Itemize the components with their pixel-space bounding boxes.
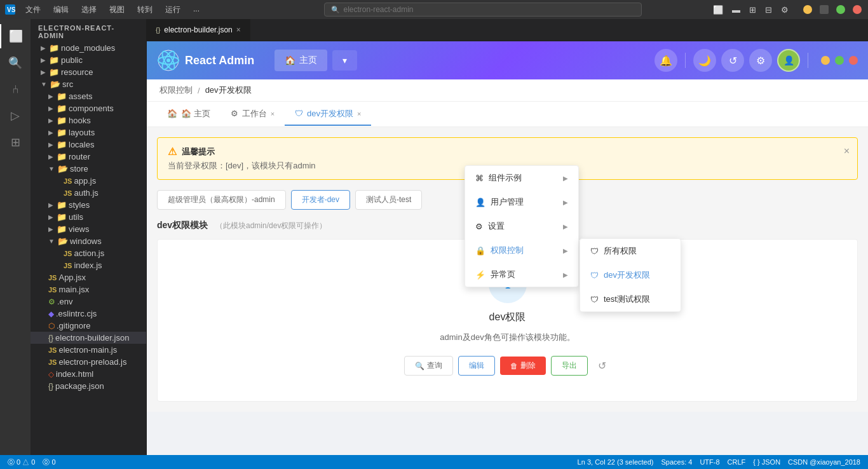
submenu-item-dev[interactable]: 🛡 dev开发权限: [580, 263, 681, 287]
menu-item-settings[interactable]: ⚙ 设置 ▶: [465, 214, 578, 238]
menu-item-user-mgmt[interactable]: 👤 用户管理 ▶: [465, 190, 578, 214]
expand-icon: ▶: [41, 44, 46, 51]
sidebar-item-node-modules[interactable]: ▶ 📁 node_modules: [31, 42, 146, 54]
sidebar-item-components[interactable]: ▶ 📁 components: [31, 102, 146, 114]
sidebar-item-gitignore[interactable]: ⬡ .gitignore: [31, 320, 146, 332]
ra-refresh-btn[interactable]: ↺: [721, 49, 744, 72]
expand-icon: ▶: [48, 226, 53, 233]
tab-dev-perm-close[interactable]: ×: [357, 110, 361, 118]
statusbar-warnings[interactable]: ⓪ 0: [43, 458, 55, 467]
js-icon: JS: [64, 250, 72, 257]
tab-close-button[interactable]: ×: [236, 25, 241, 34]
ra-settings-btn[interactable]: ⚙: [749, 49, 772, 72]
ra-nav-dropdown[interactable]: ▾: [332, 50, 357, 71]
statusbar-errors[interactable]: ⓪ 0 △ 0: [8, 458, 35, 467]
ra-maximize-btn[interactable]: [835, 56, 844, 65]
split-editor-btn[interactable]: ⊞: [746, 4, 759, 16]
sidebar-label: App.jsx: [58, 273, 86, 282]
activity-explorer[interactable]: ⬜: [0, 24, 31, 48]
menu-file[interactable]: 文件: [20, 3, 46, 17]
sidebar-item-store[interactable]: ▼ 📂 store: [31, 163, 146, 175]
sidebar-item-indexjs[interactable]: JS index.js: [31, 259, 146, 271]
ra-tab-dev-perm[interactable]: 🛡 dev开发权限 ×: [285, 103, 371, 126]
sidebar-item-actionjs[interactable]: JS action.js: [31, 247, 146, 259]
sidebar-item-router[interactable]: ▶ 📁 router: [31, 151, 146, 163]
sidebar-item-electron-main[interactable]: JS electron-main.js: [31, 344, 146, 356]
menu-edit[interactable]: 编辑: [48, 3, 74, 17]
ra-tab-workbench[interactable]: ⚙ 工作台 ×: [220, 103, 285, 126]
activity-extensions[interactable]: ⊞: [0, 130, 31, 154]
expand-icon: ▶: [48, 93, 53, 100]
ra-tab-home[interactable]: 🏠 🏠 主页: [157, 103, 220, 126]
search-input[interactable]: [344, 5, 635, 14]
activity-debug[interactable]: ▷: [0, 104, 31, 128]
activity-git[interactable]: ⑃: [0, 78, 31, 101]
ra-theme-btn[interactable]: 🌙: [693, 49, 716, 72]
menu-item-error-page[interactable]: ⚡ 异常页 ▶: [465, 262, 578, 287]
menu-go[interactable]: 转到: [132, 3, 158, 17]
expand-icon: ▼: [48, 165, 55, 172]
ra-close-btn[interactable]: [849, 56, 858, 65]
expand-icon: ▼: [48, 238, 55, 245]
chevron-right-icon: ▶: [563, 247, 568, 254]
menu-selection[interactable]: 选择: [76, 3, 102, 17]
ra-notification-btn[interactable]: 🔔: [654, 49, 677, 72]
ra-minimize-btn[interactable]: [821, 56, 830, 65]
statusbar-eol[interactable]: CRLF: [728, 458, 746, 466]
editor-tab-electron-builder[interactable]: {} electron-builder.json ×: [147, 19, 250, 41]
sidebar-item-utils[interactable]: ▶ 📁 utils: [31, 211, 146, 223]
menu-run[interactable]: 运行: [160, 3, 186, 17]
breadcrumb-part1[interactable]: 权限控制: [159, 85, 193, 96]
sidebar-item-public[interactable]: ▶ 📁 public: [31, 54, 146, 66]
layout-btn[interactable]: ⊟: [762, 4, 775, 16]
expand-icon: ▶: [48, 201, 53, 208]
titlebar-search[interactable]: 🔍: [324, 3, 642, 17]
settings-btn[interactable]: ⚙: [778, 4, 792, 16]
window-controls: [802, 5, 863, 14]
sidebar-label: views: [69, 224, 90, 234]
activity-search[interactable]: 🔍: [0, 51, 31, 75]
sidebar-item-eslintrc[interactable]: ◆ .eslintrc.cjs: [31, 308, 146, 320]
sidebar-item-assets[interactable]: ▶ 📁 assets: [31, 90, 146, 102]
js-icon: JS: [48, 346, 57, 354]
sidebar-item-env[interactable]: ⚙ .env: [31, 296, 146, 308]
submenu-item-all[interactable]: 🛡 所有权限: [580, 239, 681, 263]
menu-item-access-ctrl[interactable]: 🔒 权限控制 ▶ 🛡 所有权限: [465, 238, 578, 262]
maximize-button[interactable]: [836, 5, 845, 14]
sidebar-item-src[interactable]: ▼ 📂 src: [31, 78, 146, 90]
sidebar-item-mainjsx[interactable]: JS main.jsx: [31, 283, 146, 296]
sidebar-item-hooks[interactable]: ▶ 📁 hooks: [31, 114, 146, 126]
sidebar-item-indexhtml[interactable]: ◇ index.html: [31, 368, 146, 380]
sidebar-item-views[interactable]: ▶ 📁 views: [31, 223, 146, 235]
sidebar-item-resource[interactable]: ▶ 📁 resource: [31, 66, 146, 78]
statusbar-language[interactable]: { } JSON: [753, 458, 780, 466]
submenu-item-test[interactable]: 🛡 test测试权限: [580, 287, 681, 311]
sidebar-item-styles[interactable]: ▶ 📁 styles: [31, 199, 146, 211]
tab-workbench-close[interactable]: ×: [271, 110, 275, 118]
ra-avatar[interactable]: 👤: [777, 49, 800, 72]
menu-item-components[interactable]: ⌘ 组件示例 ▶: [465, 166, 578, 190]
toggle-panel-btn[interactable]: ▬: [729, 4, 743, 16]
minimize-button[interactable]: [803, 5, 812, 14]
sidebar-item-appjs[interactable]: JS app.js: [31, 175, 146, 187]
sidebar-item-electron-builder[interactable]: {} electron-builder.json: [31, 332, 146, 344]
statusbar-encoding[interactable]: UTF-8: [700, 458, 719, 466]
sidebar-item-locales[interactable]: ▶ 📁 locales: [31, 139, 146, 151]
titlebar-right-controls: ⬜ ▬ ⊞ ⊟ ⚙: [710, 4, 792, 16]
close-button[interactable]: [853, 5, 862, 14]
sidebar-item-packagejson[interactable]: {} package.json: [31, 380, 146, 392]
sidebar-item-layouts[interactable]: ▶ 📁 layouts: [31, 126, 146, 139]
ra-nav-home[interactable]: 🏠 主页: [275, 50, 327, 71]
restore-button[interactable]: [820, 5, 829, 14]
menu-more[interactable]: ...: [188, 3, 205, 17]
sidebar-item-electron-preload[interactable]: JS electron-preload.js: [31, 356, 146, 368]
toggle-sidebar-btn[interactable]: ⬜: [710, 4, 726, 16]
sidebar-item-windows[interactable]: ▼ 📂 windows: [31, 235, 146, 247]
statusbar-cursor[interactable]: Ln 3, Col 22 (3 selected): [578, 458, 654, 466]
search-icon: 🔍: [331, 6, 340, 14]
menu-view[interactable]: 视图: [104, 3, 130, 17]
sidebar-item-authjs[interactable]: JS auth.js: [31, 187, 146, 199]
statusbar-spaces[interactable]: Spaces: 4: [661, 458, 692, 466]
tab-home-label: 🏠 主页: [181, 108, 210, 119]
sidebar-item-appjsx[interactable]: JS App.jsx: [31, 271, 146, 283]
